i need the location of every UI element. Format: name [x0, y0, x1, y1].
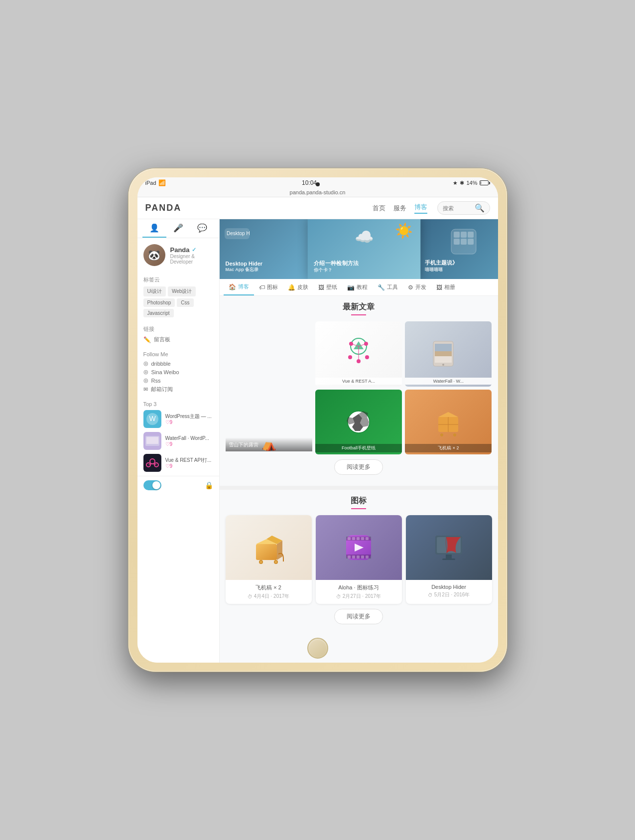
- icon-card-box[interactable]: 飞机稿 × 2 ⏱ 4月4日 · 2017年: [226, 515, 312, 604]
- cat-tab-icons[interactable]: 🏷 图标: [254, 279, 283, 295]
- cat-tab-gallery[interactable]: 🖼 相册: [431, 279, 460, 295]
- top3-item-1[interactable]: W WordPress主题 — ... ♡9: [143, 410, 213, 428]
- articles-section: 最新文章: [220, 296, 498, 486]
- top3-title-3: Vue & REST API打...: [165, 457, 213, 463]
- hero-slide-1[interactable]: Desktop Hider Mac App 备忘录 Desktop Hider: [220, 219, 309, 279]
- sidebar-tab-profile[interactable]: 👤: [142, 219, 166, 238]
- avatar-image: 🐼: [143, 244, 165, 266]
- aloha-card-info: Aloha · 图标练习 ⏱ 2月27日 · 2017年: [316, 580, 402, 604]
- cat-tab-blog[interactable]: 🏠 博客: [224, 279, 254, 295]
- follow-email[interactable]: ✉ 邮箱订阅: [143, 386, 213, 393]
- avatar: 🐼: [143, 244, 165, 266]
- cat-tab-skins[interactable]: 🔔 皮肤: [283, 279, 313, 295]
- svg-rect-16: [454, 239, 460, 245]
- toggle-switch[interactable]: [143, 480, 161, 490]
- hero-text-1: Desktop Hider Mac App 备忘录: [226, 261, 263, 273]
- tag-js[interactable]: Javascript: [143, 309, 174, 317]
- follow-weibo[interactable]: ◎ Sina Weibo: [143, 369, 213, 375]
- aloha-icon: [316, 515, 402, 580]
- box-card-date: ⏱ 4月4日 · 2017年: [230, 593, 308, 600]
- dev-icon: ⚙: [408, 284, 413, 291]
- tag-photoshop[interactable]: Photoshop: [143, 298, 175, 307]
- profile-name: Panda ✓: [170, 246, 213, 254]
- svg-rect-90: [442, 559, 455, 560]
- article-grid: 雪山下的露营: [226, 321, 492, 454]
- top3-likes-3: ♡9: [165, 463, 213, 469]
- article-card-waterfall[interactable]: WaterFall · W...: [405, 321, 492, 387]
- icon-card-aloha[interactable]: Aloha · 图标练习 ⏱ 2月27日 · 2017年: [316, 515, 402, 604]
- nav-link-blog[interactable]: 博客: [414, 203, 427, 214]
- hero-slide-3[interactable]: 手机主题说》 嘻嘻嘻嘻: [419, 219, 498, 279]
- top3-title: Top 3: [143, 401, 213, 407]
- battery-icon: [480, 180, 490, 185]
- edit-icon: ✏️: [143, 336, 151, 343]
- browser-content: PANDA 首页 服务 博客 🔍 👤 🎤: [137, 197, 498, 663]
- aloha-card-date: ⏱ 2月27日 · 2017年: [320, 593, 398, 600]
- home-button[interactable]: [307, 638, 328, 659]
- svg-marker-59: [438, 412, 458, 417]
- top3-info-3: Vue & REST API打... ♡9: [165, 457, 213, 469]
- article-card-plane[interactable]: 飞机稿 × 2: [405, 390, 492, 455]
- follow-dribbble[interactable]: ◎ dribbble: [143, 360, 213, 367]
- status-left: iPad 📶: [145, 179, 166, 186]
- top3-item-3[interactable]: Vue & REST API打... ♡9: [143, 454, 213, 472]
- article-card-camping[interactable]: 雪山下的露营: [226, 321, 312, 454]
- clock-icon-3: ⏱: [428, 592, 433, 598]
- wallpaper-icon: 🖼: [318, 284, 324, 291]
- top3-likes-2: ♡9: [165, 441, 213, 447]
- tag-css[interactable]: Css: [177, 298, 193, 307]
- search-box[interactable]: 🔍: [437, 201, 490, 215]
- verify-icon: ✓: [192, 247, 196, 253]
- svg-rect-14: [461, 232, 467, 238]
- top3-item-2[interactable]: WaterFall · WordP... ♡9: [143, 432, 213, 450]
- tag-ui[interactable]: Ui设计: [143, 286, 166, 296]
- cat-tab-tools[interactable]: 🔧 工具: [373, 279, 403, 295]
- sidebar-tab-audio[interactable]: 🎤: [166, 219, 190, 238]
- icons-section: 图标: [220, 490, 498, 635]
- ipad-label: iPad: [145, 180, 156, 186]
- sidebar-links: ✏️ 留言板: [143, 336, 213, 343]
- icons-read-more-btn[interactable]: 阅读更多: [334, 609, 383, 624]
- football-thumbnail: Football手机壁纸: [315, 390, 402, 455]
- articles-read-more-btn[interactable]: 阅读更多: [334, 459, 383, 475]
- url-bar[interactable]: panda.panda-studio.cn: [137, 188, 498, 197]
- page-layout: 👤 🎤 💬 🐼 Panda ✓: [137, 219, 498, 663]
- lock-icon[interactable]: 🔒: [205, 481, 213, 489]
- svg-point-5: [150, 459, 155, 464]
- search-icon[interactable]: 🔍: [475, 203, 485, 213]
- cat-tab-tutorials[interactable]: 📷 教程: [342, 279, 373, 295]
- vue-card-title: Vue & REST A...: [315, 378, 402, 385]
- icon-card-desktop[interactable]: Desktop Hider ⏱ 5月2日 · 2016年: [406, 515, 492, 604]
- url-text: panda.panda-studio.cn: [290, 189, 346, 195]
- link-guestbook[interactable]: ✏️ 留言板: [143, 336, 213, 343]
- sidebar-tab-chat[interactable]: 💬: [190, 219, 214, 238]
- battery-percent: 14%: [466, 180, 477, 186]
- icons-icon: 🏷: [259, 284, 265, 291]
- nav-link-services[interactable]: 服务: [393, 204, 406, 213]
- svg-point-49: [442, 364, 444, 366]
- site-logo[interactable]: PANDA: [145, 203, 182, 213]
- desktop-icon: [406, 515, 492, 580]
- follow-section: Follow Me ◎ dribbble ◎ Sina Weibo: [137, 347, 219, 397]
- nav-link-home[interactable]: 首页: [373, 204, 385, 213]
- follow-rss[interactable]: ◎ Rss: [143, 377, 213, 384]
- article-card-vue[interactable]: Vue & REST A...: [315, 321, 402, 387]
- cat-tab-dev[interactable]: ⚙ 开发: [403, 279, 431, 295]
- icon-grid: 飞机稿 × 2 ⏱ 4月4日 · 2017年: [226, 515, 492, 604]
- tag-web[interactable]: Web设计: [168, 286, 196, 296]
- links-section: 链接 ✏️ 留言板: [137, 321, 219, 347]
- hero-slide-2[interactable]: ☀️ ☁️ 介绍一种检制方法 你个卡？: [307, 219, 420, 279]
- article-card-football[interactable]: Football手机壁纸: [315, 390, 402, 455]
- clock-icon: ⏱: [248, 594, 253, 599]
- tags-section: 标签云 Ui设计 Web设计 Photoshop Css Javascript: [137, 272, 219, 321]
- tutorials-icon: 📷: [347, 284, 355, 291]
- cat-tab-wallpaper[interactable]: 🖼 壁纸: [313, 279, 342, 295]
- search-input[interactable]: [443, 205, 473, 211]
- waterfall-thumbnail: WaterFall · W...: [405, 321, 492, 387]
- svg-text:Desktop Hider: Desktop Hider: [227, 231, 250, 236]
- follow-links: ◎ dribbble ◎ Sina Weibo ◎ Rss: [143, 360, 213, 393]
- sidebar: 👤 🎤 💬 🐼 Panda ✓: [137, 219, 220, 663]
- blog-icon: 🏠: [229, 283, 236, 290]
- svg-rect-13: [454, 232, 460, 238]
- icons-read-more-wrap: 阅读更多: [226, 609, 492, 624]
